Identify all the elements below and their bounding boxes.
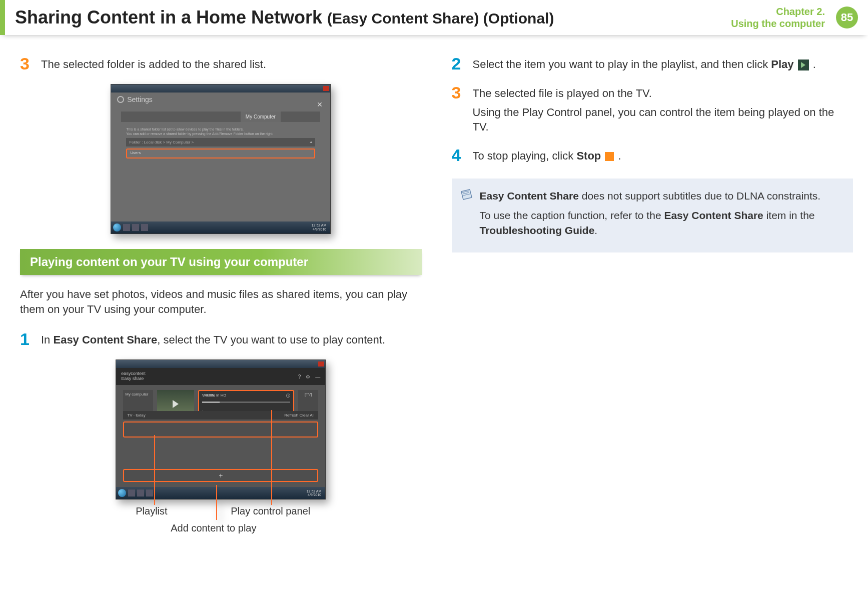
right-column: 2 Select the item you want to play in th… (452, 55, 853, 542)
note-paragraph-1: Easy Content Share does not support subt… (480, 188, 843, 203)
step-number: 1 (20, 330, 34, 348)
left-column: 3 The selected folder is added to the sh… (20, 55, 422, 542)
chapter-line2: Using the computer (731, 18, 825, 30)
player-screenshot: easycontent Easy share ? ⚙ — My computer… (116, 360, 326, 500)
step-1: 1 In Easy Content Share, select the TV y… (20, 330, 422, 348)
step-number: 3 (20, 55, 34, 72)
path-bar: Folder : Local disk > My Computer > + (126, 138, 315, 146)
playlist-area: TV · today Refresh Clear All (123, 411, 318, 438)
path-text: Folder : Local disk > My Computer > (129, 140, 194, 144)
info-icon: ⓘ (286, 393, 290, 398)
close-icon (323, 86, 329, 91)
step-text: The selected folder is added to the shar… (41, 55, 266, 72)
play-icon (798, 60, 809, 70)
taskbar-icon (137, 490, 144, 496)
taskbar-icon (132, 224, 139, 231)
tabs-row: My Computer (121, 112, 320, 122)
settings-label: Settings (127, 96, 153, 104)
callout-play-control: Play control panel (231, 506, 310, 517)
tab (161, 112, 201, 122)
app-header: easycontent Easy share ? ⚙ — (116, 368, 325, 385)
settings-icon: ⚙ (306, 374, 310, 380)
intro-paragraph: After you have set photos, videos and mu… (20, 287, 422, 316)
step-text: The selected file is played on the TV. U… (473, 84, 853, 134)
folder-name: Users (130, 150, 141, 155)
step-3-left: 3 The selected folder is added to the sh… (20, 55, 422, 72)
window-titlebar (111, 84, 330, 92)
tab (281, 112, 321, 122)
playlist-highlight (123, 422, 318, 438)
taskbar-clock: 12:52 AM 4/9/2010 (312, 224, 329, 231)
gear-icon (117, 96, 124, 103)
chapter-line1: Chapter 2. (731, 6, 825, 18)
tab (201, 112, 241, 122)
step-2: 2 Select the item you want to play in th… (452, 55, 853, 72)
callout-line (154, 435, 155, 505)
min-icon: — (315, 374, 320, 380)
callout-playlist: Playlist (136, 506, 167, 517)
taskbar-icon (128, 490, 135, 496)
page-number: 85 (841, 11, 853, 24)
taskbar: 12:52 AM 4/9/2010 (116, 487, 325, 499)
window-titlebar (116, 360, 325, 368)
settings-header: Settings (111, 92, 330, 106)
step-3-right: 3 The selected file is played on the TV.… (452, 84, 853, 134)
callout-line (271, 410, 272, 505)
section-title-text: Playing content on your TV using your co… (30, 255, 308, 268)
playlist-header: TV · today Refresh Clear All (123, 411, 318, 420)
note-paragraph-2: To use the caption function, refer to th… (480, 208, 843, 238)
app-name: Easy Content Share (53, 334, 157, 346)
taskbar-icon (123, 224, 130, 231)
step-4: 4 To stop playing, click Stop . (452, 146, 853, 164)
title-sub: (Easy Content Share) (Optional) (327, 10, 554, 26)
add-content-highlight: + (123, 469, 318, 482)
note-box: Easy Content Share does not support subt… (452, 178, 853, 252)
step-text: Select the item you want to play in the … (473, 55, 816, 72)
callouts: Playlist Play control panel Add content … (116, 502, 326, 542)
taskbar-clock: 12:52 AM 4/9/2010 (307, 490, 324, 497)
page-title: Sharing Content in a Home Network (Easy … (15, 7, 554, 28)
stop-icon (605, 152, 614, 161)
callout-add-content: Add content to play (171, 522, 256, 534)
stop-label: Stop (576, 150, 601, 162)
step-number: 2 (452, 55, 466, 72)
tab (121, 112, 161, 122)
taskbar: 12:52 AM 4/9/2010 (111, 222, 330, 234)
page-number-badge: 85 (836, 6, 858, 28)
settings-screenshot: Settings × My Computer This is a shared … (111, 84, 331, 234)
step-number: 4 (452, 146, 466, 164)
play-label: Play (771, 58, 793, 70)
page-header: Sharing Content in a Home Network (Easy … (0, 0, 868, 35)
section-heading: Playing content on your TV using your co… (20, 249, 422, 275)
start-orb-icon (113, 224, 121, 232)
app-logo: easycontent Easy share (121, 372, 146, 382)
step-text: To stop playing, click Stop . (473, 146, 621, 164)
step-number: 3 (452, 84, 466, 134)
taskbar-icon (141, 224, 148, 231)
now-playing-title: Wildlife in HD (202, 393, 226, 398)
title-main: Sharing Content in a Home Network (15, 7, 322, 28)
step-text: In Easy Content Share, select the TV you… (41, 330, 385, 348)
close-icon (318, 362, 324, 366)
start-orb-icon (118, 489, 126, 497)
tab-active: My Computer (241, 112, 281, 122)
note-icon (460, 188, 474, 200)
taskbar-icon (146, 490, 153, 496)
dialog-close-icon: × (317, 100, 323, 110)
chapter-label: Chapter 2. Using the computer (731, 6, 830, 30)
highlighted-folder-row: Users (126, 148, 315, 158)
plus-icon: + (310, 140, 313, 144)
content-area: 3 The selected folder is added to the sh… (0, 35, 868, 558)
help-icon: ? (298, 374, 301, 380)
description-text: This is a shared folder list set to allo… (126, 127, 315, 136)
